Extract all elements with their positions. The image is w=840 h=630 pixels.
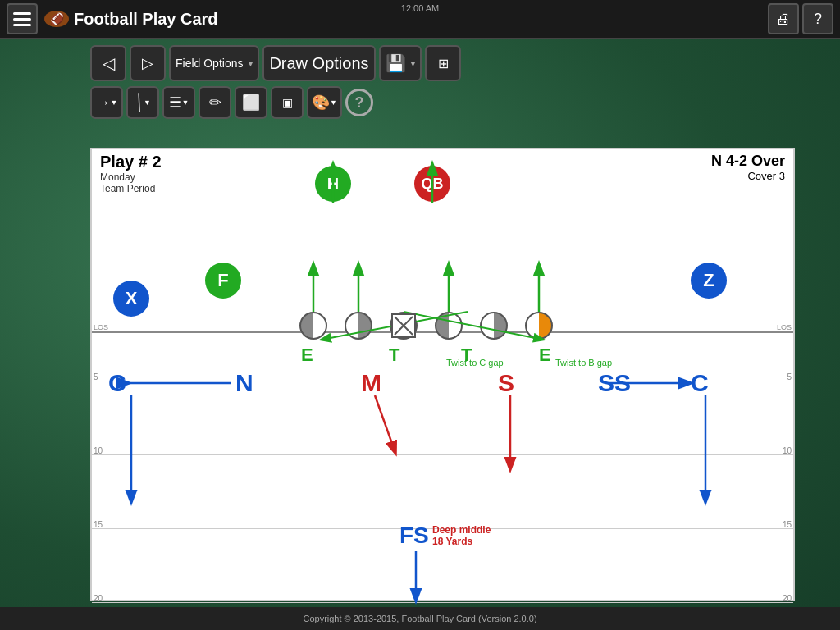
- label-E-left: E: [301, 345, 313, 366]
- label-C-left: C: [108, 369, 126, 397]
- yard-label-15-right: 15: [783, 520, 792, 529]
- draw-options-label: Draw Options: [269, 54, 368, 73]
- arrow-tool-button[interactable]: → ▼: [90, 86, 123, 119]
- redo-button[interactable]: ▷: [130, 45, 166, 81]
- pencil-icon: ✏: [209, 94, 221, 112]
- player-OL2: [435, 312, 463, 340]
- fs-text: Deep middle18 Yards: [432, 524, 491, 547]
- play-day: Monday: [100, 171, 162, 183]
- svg-line-6: [404, 312, 543, 340]
- undo-icon: ◁: [103, 53, 115, 73]
- label-FS: FS: [399, 523, 429, 549]
- save-icon: 💾: [386, 53, 406, 73]
- time-display: 12:00 AM: [401, 3, 439, 13]
- yard-label-10-left: 10: [94, 446, 103, 455]
- toolbar-area: ◁ ▷ Field Options ▼ Draw Options 💾 ▼ ⊞ →…: [90, 45, 461, 119]
- player-OL3: [480, 312, 508, 340]
- copyright-text: Copyright © 2013-2015, Football Play Car…: [303, 614, 536, 623]
- footer: Copyright © 2013-2015, Football Play Car…: [0, 607, 840, 630]
- play-number: Play # 2 Monday Team Period: [100, 153, 162, 194]
- new-card-button[interactable]: ⊞: [425, 45, 461, 81]
- title-text: Football Play Card: [74, 10, 218, 29]
- yard-label-5-right: 5: [787, 372, 792, 381]
- player-center-box: [391, 313, 416, 338]
- formation-info: N 4-2 Over Cover 3: [711, 153, 785, 182]
- yard-label-20-right: 20: [783, 594, 792, 603]
- player-E-left: [299, 312, 327, 340]
- twist-c-label: Twist to C gap: [446, 358, 504, 368]
- play-number-text: Play # 2: [100, 153, 162, 171]
- label-E-right: E: [539, 345, 551, 366]
- chevron-down-icon: ▼: [409, 59, 418, 68]
- menu-button[interactable]: [7, 3, 38, 34]
- screen-icon: ▣: [282, 96, 293, 109]
- label-S: S: [498, 369, 514, 397]
- header-actions: 🖨 ?: [768, 3, 833, 34]
- yard-line-5: [92, 381, 793, 381]
- player-QB: QB: [414, 166, 450, 202]
- yard-label-5-left: 5: [94, 372, 98, 381]
- print-button[interactable]: 🖨: [768, 3, 799, 34]
- palette-button[interactable]: 🎨 ▼: [307, 86, 342, 119]
- toolbar-row2: → ▼ ╱ ▼ ☰ ▼ ✏ ⬜ ▣ 🎨 ▼ ?: [90, 86, 461, 119]
- player-X: X: [113, 281, 149, 317]
- toolbar-row1: ◁ ▷ Field Options ▼ Draw Options 💾 ▼ ⊞: [90, 45, 461, 81]
- screen-tool-button[interactable]: ▣: [271, 86, 304, 119]
- chevron-down-icon: ▼: [111, 98, 118, 107]
- chevron-down-icon: ▼: [182, 98, 189, 107]
- app-header: 🏈 Football Play Card 12:00 AM 🖨 ?: [0, 0, 840, 39]
- field-options-label: Field Options: [176, 57, 243, 70]
- player-F: F: [205, 262, 241, 299]
- player-Z: Z: [691, 262, 727, 299]
- coverage-name: Cover 3: [711, 170, 785, 182]
- chevron-down-icon: ▼: [246, 59, 254, 68]
- los-label-right: LOS: [777, 323, 792, 331]
- pencil-tool-button[interactable]: ✏: [199, 86, 231, 119]
- twist-b-label: Twist to B gap: [555, 358, 612, 368]
- label-T-left: T: [389, 345, 399, 366]
- yard-label-15-left: 15: [94, 520, 103, 529]
- draw-options-button[interactable]: Draw Options: [262, 45, 375, 81]
- yard-label-20-left: 20: [94, 594, 103, 603]
- line-tool-button[interactable]: ╱ ▼: [126, 86, 159, 119]
- player-H: H: [315, 166, 351, 202]
- yard-line-20: [92, 602, 793, 603]
- shape-tool-button[interactable]: ☰ ▼: [162, 86, 195, 119]
- player-E-right: [525, 312, 553, 340]
- eraser-icon: ⬜: [242, 94, 260, 112]
- player-OL1: [345, 312, 372, 340]
- shape-icon: ☰: [169, 94, 182, 112]
- label-N: N: [235, 369, 253, 397]
- label-M: M: [361, 369, 381, 397]
- formation-name: N 4-2 Over: [711, 153, 785, 170]
- redo-icon: ▷: [142, 54, 153, 72]
- palette-icon: 🎨: [312, 94, 330, 112]
- label-SS: SS: [598, 369, 631, 397]
- field-options-button[interactable]: Field Options ▼: [169, 45, 259, 81]
- football-icon: 🏈: [44, 11, 69, 27]
- play-card: Play # 2 Monday Team Period N 4-2 Over C…: [90, 148, 795, 601]
- new-card-icon: ⊞: [438, 56, 449, 71]
- help-button[interactable]: ?: [802, 3, 833, 34]
- help-circle-button[interactable]: ?: [345, 89, 373, 116]
- yard-line-10: [92, 454, 793, 455]
- save-button[interactable]: 💾 ▼: [379, 45, 422, 81]
- los-label-left: LOS: [94, 323, 108, 331]
- arrow-icon: →: [96, 94, 111, 112]
- undo-button[interactable]: ◁: [90, 45, 126, 81]
- label-C-right: C: [691, 369, 709, 397]
- chevron-down-icon: ▼: [330, 98, 337, 107]
- play-period: Team Period: [100, 183, 162, 194]
- svg-line-10: [375, 395, 395, 453]
- yard-label-10-right: 10: [783, 446, 792, 455]
- eraser-tool-button[interactable]: ⬜: [235, 86, 267, 119]
